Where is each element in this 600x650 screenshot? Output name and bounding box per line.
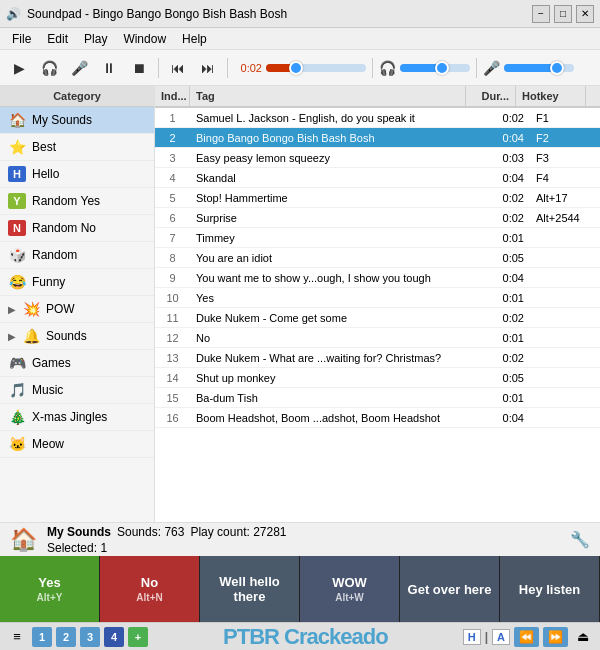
sidebar-item-sounds[interactable]: ▶ 🔔 Sounds bbox=[0, 323, 154, 350]
wow-btn[interactable]: WOWAlt+W bbox=[300, 556, 400, 622]
sidebar-item-my-sounds[interactable]: 🏠 My Sounds bbox=[0, 107, 154, 134]
table-row[interactable]: 15 Ba-dum Tish 0:01 bbox=[155, 388, 600, 408]
sidebar-header: Category bbox=[0, 86, 154, 107]
cell-duration: 0:04 bbox=[480, 410, 530, 426]
cell-duration: 0:01 bbox=[480, 330, 530, 346]
sidebar-label-games: Games bbox=[32, 356, 146, 370]
cell-index: 13 bbox=[155, 350, 190, 366]
table-row[interactable]: 3 Easy peasy lemon squeezy 0:03 F3 bbox=[155, 148, 600, 168]
quick-label: No bbox=[141, 575, 158, 590]
end-button[interactable]: ⏏ bbox=[572, 626, 594, 648]
table-row[interactable]: 14 Shut up monkey 0:05 bbox=[155, 368, 600, 388]
progress-thumb[interactable] bbox=[289, 61, 303, 75]
col-header-hotkey[interactable]: Hotkey bbox=[516, 86, 586, 106]
play-button[interactable]: ▶ bbox=[6, 55, 32, 81]
lang-h-button[interactable]: H bbox=[463, 629, 481, 645]
close-button[interactable]: ✕ bbox=[576, 5, 594, 23]
table-row[interactable]: 10 Yes 0:01 bbox=[155, 288, 600, 308]
get-over-btn[interactable]: Get over here bbox=[400, 556, 500, 622]
status-right: 🔧 bbox=[570, 530, 590, 549]
quick-hotkey: Alt+W bbox=[335, 592, 364, 603]
volume-bar-2[interactable] bbox=[504, 64, 574, 72]
menu-edit[interactable]: Edit bbox=[39, 30, 76, 48]
stop-button[interactable]: ⏹ bbox=[126, 55, 152, 81]
cell-tag: Surprise bbox=[190, 210, 480, 226]
hello-icon: H bbox=[8, 166, 26, 182]
add-tab-button[interactable]: + bbox=[128, 627, 148, 647]
sidebar-item-games[interactable]: 🎮 Games bbox=[0, 350, 154, 377]
prev-button[interactable]: ⏮ bbox=[165, 55, 191, 81]
maximize-button[interactable]: □ bbox=[554, 5, 572, 23]
volume-bar-1[interactable] bbox=[400, 64, 470, 72]
well-hello-btn[interactable]: Well hello there bbox=[200, 556, 300, 622]
table-row[interactable]: 9 You want me to show y...ough, I show y… bbox=[155, 268, 600, 288]
menu-play[interactable]: Play bbox=[76, 30, 115, 48]
tab-3[interactable]: 3 bbox=[80, 627, 100, 647]
menu-file[interactable]: File bbox=[4, 30, 39, 48]
table-row[interactable]: 16 Boom Headshot, Boom ...adshot, Boom H… bbox=[155, 408, 600, 428]
no-btn[interactable]: NoAlt+N bbox=[100, 556, 200, 622]
table-row[interactable]: 5 Stop! Hammertime 0:02 Alt+17 bbox=[155, 188, 600, 208]
col-header-duration[interactable]: Dur... bbox=[466, 86, 516, 106]
headphones-button[interactable]: 🎧 bbox=[36, 55, 62, 81]
table-row[interactable]: 11 Duke Nukem - Come get some 0:02 bbox=[155, 308, 600, 328]
sidebar-item-random-yes[interactable]: Y Random Yes bbox=[0, 188, 154, 215]
quick-label: WOW bbox=[332, 575, 367, 590]
main-area: Category 🏠 My Sounds ⭐ Best H Hello Y Ra… bbox=[0, 86, 600, 522]
right-arrow-button[interactable]: ⏩ bbox=[543, 627, 568, 647]
sidebar-label-pow: POW bbox=[46, 302, 146, 316]
sidebar-item-meow[interactable]: 🐱 Meow bbox=[0, 431, 154, 458]
table-row[interactable]: 13 Duke Nukem - What are ...waiting for?… bbox=[155, 348, 600, 368]
cell-hotkey bbox=[530, 376, 600, 380]
table-row[interactable]: 1 Samuel L. Jackson - English, do you sp… bbox=[155, 108, 600, 128]
hey-listen-btn[interactable]: Hey listen bbox=[500, 556, 600, 622]
tab-2[interactable]: 2 bbox=[56, 627, 76, 647]
sidebar-item-funny[interactable]: 😂 Funny bbox=[0, 269, 154, 296]
sidebar-item-hello[interactable]: H Hello bbox=[0, 161, 154, 188]
sidebar-item-best[interactable]: ⭐ Best bbox=[0, 134, 154, 161]
music-icon: 🎵 bbox=[8, 382, 26, 398]
menu-window[interactable]: Window bbox=[115, 30, 174, 48]
table-row[interactable]: 8 You are an idiot 0:05 bbox=[155, 248, 600, 268]
volume-thumb-2[interactable] bbox=[550, 61, 564, 75]
cell-tag: Duke Nukem - Come get some bbox=[190, 310, 480, 326]
cell-duration: 0:01 bbox=[480, 290, 530, 306]
volume-thumb-1[interactable] bbox=[435, 61, 449, 75]
left-arrow-button[interactable]: ⏪ bbox=[514, 627, 539, 647]
settings-wrench-icon[interactable]: 🔧 bbox=[570, 530, 590, 549]
progress-bar[interactable] bbox=[266, 64, 366, 72]
table-row[interactable]: 7 Timmey 0:01 bbox=[155, 228, 600, 248]
col-header-index[interactable]: Ind... bbox=[155, 86, 190, 106]
table-row[interactable]: 4 Skandal 0:04 F4 bbox=[155, 168, 600, 188]
titlebar-left: 🔊 Soundpad - Bingo Bango Bongo Bish Bash… bbox=[6, 7, 287, 21]
tab-1[interactable]: 1 bbox=[32, 627, 52, 647]
menu-button[interactable]: ≡ bbox=[6, 626, 28, 648]
pow-arrow-icon: ▶ bbox=[8, 304, 16, 315]
mic-button[interactable]: 🎤 bbox=[66, 55, 92, 81]
cell-duration: 0:02 bbox=[480, 210, 530, 226]
app-icon: 🔊 bbox=[6, 7, 21, 21]
content-area: Ind... Tag Dur... Hotkey 1 Samuel L. Jac… bbox=[155, 86, 600, 522]
yes-btn[interactable]: YesAlt+Y bbox=[0, 556, 100, 622]
tab-4[interactable]: 4 bbox=[104, 627, 124, 647]
sidebar-item-random-no[interactable]: N Random No bbox=[0, 215, 154, 242]
sidebar-item-random[interactable]: 🎲 Random bbox=[0, 242, 154, 269]
sidebar-item-pow[interactable]: ▶ 💥 POW bbox=[0, 296, 154, 323]
cell-tag: Duke Nukem - What are ...waiting for? Ch… bbox=[190, 350, 480, 366]
lang-a-button[interactable]: A bbox=[492, 629, 510, 645]
menu-help[interactable]: Help bbox=[174, 30, 215, 48]
table-row[interactable]: 12 No 0:01 bbox=[155, 328, 600, 348]
col-header-tag[interactable]: Tag bbox=[190, 86, 466, 106]
cell-duration: 0:03 bbox=[480, 150, 530, 166]
next-button[interactable]: ⏭ bbox=[195, 55, 221, 81]
cell-index: 4 bbox=[155, 170, 190, 186]
pause-button[interactable]: ⏸ bbox=[96, 55, 122, 81]
table-row[interactable]: 6 Surprise 0:02 Alt+2544 bbox=[155, 208, 600, 228]
sidebar-item-xmas[interactable]: 🎄 X-mas Jingles bbox=[0, 404, 154, 431]
minimize-button[interactable]: − bbox=[532, 5, 550, 23]
sidebar-label-random: Random bbox=[32, 248, 146, 262]
cell-duration: 0:05 bbox=[480, 370, 530, 386]
sidebar-label-funny: Funny bbox=[32, 275, 146, 289]
table-row[interactable]: 2 Bingo Bango Bongo Bish Bash Bosh 0:04 … bbox=[155, 128, 600, 148]
sidebar-item-music[interactable]: 🎵 Music bbox=[0, 377, 154, 404]
